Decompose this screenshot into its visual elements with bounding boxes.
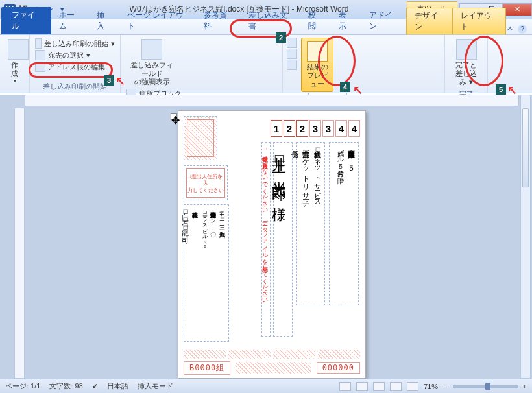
- annotation-badge-3: 3: [104, 75, 114, 86]
- zip-digit: 4: [335, 120, 347, 137]
- magnifier-abc-icon: [307, 41, 328, 62]
- view-web-button[interactable]: [373, 382, 385, 391]
- postcard-page: ✥ 1 2 2 3 3 4 4 大阪市中央区西天満３‐５ 鶴川ビル５号館２階 株…: [178, 110, 366, 379]
- zip-digit: 2: [284, 120, 295, 137]
- document-scroll[interactable]: ✥ 1 2 2 3 3 4 4 大阪市中央区西天満３‐５ 鶴川ビル５号館２階 株…: [25, 108, 519, 379]
- tab-insert[interactable]: 挿入: [89, 7, 119, 34]
- status-proofing-icon[interactable]: ✔: [92, 382, 98, 390]
- match-fields-icon[interactable]: [287, 49, 297, 59]
- mailmerge-icon: [35, 38, 42, 49]
- select-recipients-button[interactable]: 宛先の選択 ▾: [34, 49, 116, 61]
- tab-design[interactable]: デザイン: [406, 8, 452, 34]
- minimize-ribbon-icon[interactable]: ㅅ: [506, 23, 514, 34]
- finish-icon: [456, 39, 477, 60]
- bottom-hatch-strip: [184, 350, 360, 359]
- bottom-codes: B0000組 000000: [184, 361, 360, 374]
- annotation-arrow-4: ↖: [353, 83, 363, 97]
- close-button[interactable]: ✕: [502, 3, 532, 16]
- lottery-group-code: B0000組: [184, 361, 230, 375]
- highlight-icon: [141, 39, 162, 60]
- finish-merge-button[interactable]: 完了と差し込み ▾: [449, 38, 483, 88]
- status-bar: ページ: 1/1 文字数: 98 ✔ 日本語 挿入モード 71% − +: [0, 379, 532, 393]
- view-outline-button[interactable]: [390, 382, 402, 391]
- envelope-icon: [8, 39, 29, 60]
- recipient-company-field[interactable]: 株式会社□ネットサービス 営業部マーケットリサーチ 係長: [296, 142, 325, 305]
- edit-recipients-button[interactable]: アドレス帳の編集: [34, 61, 116, 73]
- view-printlayout-button[interactable]: [339, 382, 351, 391]
- recipient-address-field[interactable]: 大阪市中央区西天満３‐５ 鶴川ビル５号館２階: [329, 142, 359, 305]
- tab-references[interactable]: 参考資料: [196, 7, 241, 34]
- ruler-vertical[interactable]: [14, 108, 25, 379]
- tab-mailings[interactable]: 差し込み文書: [241, 7, 300, 34]
- lottery-number-code: 000000: [317, 362, 360, 374]
- annotation-badge-2: 2: [276, 32, 286, 43]
- warning-text-field: →宛名情報は直接入力しないでください。データファイルを編集してください。: [261, 142, 271, 337]
- highlight-fields-button[interactable]: 差し込みフィールドの強調表示: [125, 38, 179, 88]
- table-anchor-icon[interactable]: ✥: [171, 113, 177, 120]
- zip-digit: 1: [271, 120, 282, 137]
- document-area: ✥ 1 2 2 3 3 4 4 大阪市中央区西天満３‐５ 鶴川ビル５号館２階 株…: [0, 95, 532, 379]
- help-icon[interactable]: ?: [518, 25, 527, 34]
- zip-digit: 3: [322, 120, 334, 137]
- tab-pagelayout[interactable]: ページ レイアウト: [119, 7, 196, 34]
- zip-code-boxes: 1 2 2 3 3 4 4: [271, 120, 360, 137]
- zip-digit: 3: [309, 120, 321, 137]
- scrollbar-vertical[interactable]: [520, 95, 531, 379]
- status-page[interactable]: ページ: 1/1: [5, 381, 40, 391]
- rules-icon[interactable]: [287, 38, 297, 48]
- annotation-arrow-5: ↖: [507, 83, 517, 97]
- annotation-badge-4: 4: [340, 82, 350, 92]
- tab-addin[interactable]: アドイン: [361, 7, 406, 34]
- status-language[interactable]: 日本語: [107, 381, 128, 391]
- tab-layout[interactable]: レイアウト: [452, 8, 506, 34]
- ruler-horizontal[interactable]: [25, 95, 519, 106]
- sender-address-field[interactable]: 〒ニニ三‐四五六七 千葉県木更津市潮見台東〇‐シ‐〇 コーラスビル３Ｆ 千葉株式…: [184, 204, 229, 342]
- annotation-arrow-3: ↖: [115, 74, 125, 88]
- tab-review[interactable]: 校閲: [300, 7, 331, 34]
- recipient-name-field[interactable]: 井上□光太郎□様: [273, 142, 293, 337]
- zip-digit: 2: [296, 120, 308, 137]
- ribbon: 作成▾ 差し込み印刷の開始 ▾ 宛先の選択 ▾ アドレス帳の編集 差し込み印刷の…: [0, 35, 532, 93]
- create-button[interactable]: 作成▾: [4, 38, 25, 86]
- zoom-slider[interactable]: [453, 385, 518, 388]
- zoom-in-button[interactable]: +: [523, 383, 527, 390]
- start-mailmerge-button[interactable]: 差し込み印刷の開始 ▾: [34, 38, 116, 49]
- edit-list-icon: [35, 62, 45, 72]
- sender-stamp-placeholder[interactable]: ↓差出人住所を入 力してください: [184, 165, 228, 200]
- zip-digit: 4: [348, 120, 360, 137]
- view-fullscreen-button[interactable]: [356, 382, 368, 391]
- zoom-out-button[interactable]: −: [443, 383, 447, 390]
- view-draft-button[interactable]: [407, 382, 418, 391]
- stamp-area: [184, 116, 217, 160]
- tab-file[interactable]: ファイル: [1, 7, 51, 34]
- zoom-level[interactable]: 71%: [424, 383, 438, 390]
- tab-view[interactable]: 表示: [331, 7, 361, 34]
- recipients-icon: [35, 50, 45, 60]
- tab-home[interactable]: ホーム: [51, 7, 89, 34]
- ribbon-tabs: ファイル ホーム 挿入 ページ レイアウト 参考資料 差し込み文書 校閲 表示 …: [0, 19, 532, 35]
- postal-mark-icon: [236, 362, 311, 374]
- preview-results-button[interactable]: 結果のプレビュー: [301, 38, 333, 92]
- annotation-badge-5: 5: [496, 84, 506, 95]
- status-wordcount[interactable]: 文字数: 98: [49, 381, 82, 391]
- status-insertmode[interactable]: 挿入モード: [138, 381, 173, 391]
- update-labels-icon[interactable]: [287, 60, 297, 70]
